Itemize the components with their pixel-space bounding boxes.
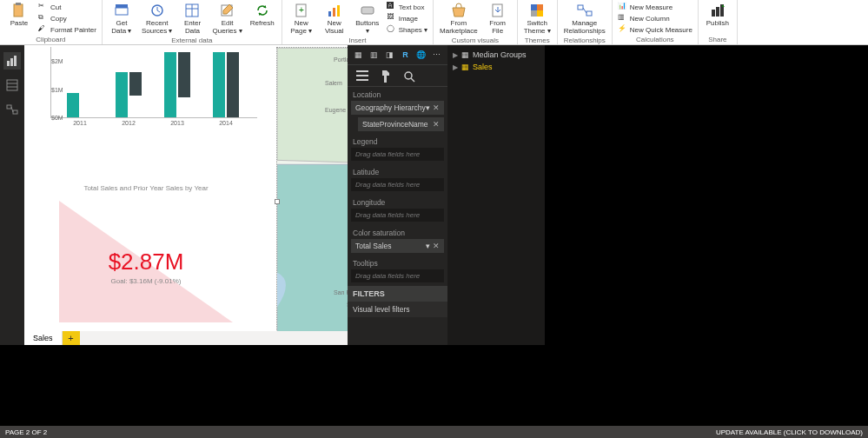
drop-zone[interactable]: Drag data fields here [351,178,444,191]
switch-theme-button[interactable]: Switch Theme ▾ [521,2,553,36]
svg-rect-0 [14,4,23,17]
drop-zone[interactable]: Drag data fields here [351,269,444,282]
remove-field-icon[interactable]: ✕ [433,103,440,112]
model-view-button[interactable] [3,101,21,118]
report-view-button[interactable] [3,52,21,70]
format-painter-button[interactable]: 🖌Format Painter [36,24,98,35]
svg-rect-11 [328,11,331,17]
page-tab-sales[interactable]: Sales [24,331,63,345]
svg-line-22 [583,8,586,13]
custom-group-label: Custom visuals [437,36,514,45]
status-bar: PAGE 2 OF 2 UPDATE AVAILABLE (CLICK TO D… [0,426,868,438]
y-tick-0: $0M [51,115,63,121]
quick-label: New Quick Measure [630,26,692,34]
kpi-visual[interactable]: Total Sales and Prior Year Sales by Year… [42,184,250,345]
viz-type-icon[interactable]: ▦ [353,49,363,61]
from-marketplace-button[interactable]: From Marketplace [437,2,480,36]
field-text: Geography Hierarchy [355,103,426,112]
from-file-button[interactable]: From File [482,2,514,36]
data-view-button[interactable] [3,76,21,94]
viz-type-icon[interactable]: R [401,49,411,61]
buttons-button[interactable]: Buttons ▾ [352,2,383,36]
update-available-link[interactable]: UPDATE AVAILABLE (CLICK TO DOWNLOAD) [716,428,863,436]
new-column-button[interactable]: ▥New Column [616,13,694,23]
new-quick-measure-button[interactable]: ⚡New Quick Measure [616,24,694,35]
enter-data-button[interactable]: Enter Data [176,2,208,36]
refresh-button[interactable]: Refresh [247,2,278,28]
svg-rect-21 [586,11,592,16]
viz-type-icon[interactable]: 🌐 [416,49,427,61]
svg-rect-39 [384,76,387,83]
well-label-sat: Color saturation [348,225,447,239]
svg-rect-18 [531,10,537,17]
field-item-state[interactable]: StateProvinceName✕ [358,117,444,131]
format-tab-icon[interactable] [381,70,391,83]
remove-field-icon[interactable]: ✕ [433,242,440,250]
viz-type-icon[interactable]: ▥ [368,49,379,61]
x-tick: 2014 [209,120,243,126]
svg-rect-29 [7,80,17,90]
x-tick: 2012 [111,120,146,126]
image-button[interactable]: 🖼Image [385,13,429,23]
copy-button[interactable]: ⧉Copy [36,13,98,23]
field-table-median-groups[interactable]: ▶▦Median Groups [447,49,545,61]
column-label: New Column [630,15,670,23]
shapes-button[interactable]: ◯Shapes ▾ [385,24,429,35]
bar-group [67,93,93,117]
well-label-lat: Latitude [348,164,447,178]
map-city: Salem [325,80,342,86]
ribbon: Paste ✂Cut ⧉Copy 🖌Format Painter Clipboa… [0,0,868,45]
textbox-button[interactable]: 🅰Text box [385,2,429,12]
visual-level-filters[interactable]: Visual level filters [348,302,447,317]
field-item-geography[interactable]: Geography Hierarchy▾✕ [351,101,444,115]
viz-type-icon[interactable]: ◨ [384,49,394,61]
bar [164,52,176,117]
publish-button[interactable]: Publish [702,2,733,28]
paste-button[interactable]: Paste [3,2,35,28]
bar [227,52,239,117]
empty-space [0,345,868,426]
recent-icon [149,3,165,18]
image-label: Image [399,15,418,23]
get-data-button[interactable]: Get Data ▾ [106,2,137,36]
fields-tab-icon[interactable] [356,70,368,83]
remove-field-icon[interactable]: ✕ [433,120,440,129]
chevron-down-icon[interactable]: ▾ [426,242,430,250]
market-label: From Marketplace [440,19,478,35]
drop-zone[interactable]: Drag data fields here [351,148,444,161]
svg-text:+: + [299,5,304,15]
buttons-label: Buttons ▾ [355,19,379,35]
svg-rect-12 [333,8,335,17]
viz-more-icon[interactable]: ⋯ [432,49,442,61]
add-page-button[interactable]: + [63,331,80,345]
drop-zone[interactable]: Drag data fields here [351,209,444,222]
file-label: From File [489,19,506,35]
share-group-label: Share [702,35,733,44]
visualizations-pane: ▦ ▥ ◨ R 🌐 ⋯ Location Geography Hierarchy… [348,45,447,345]
map-visual[interactable]: OREGON NEVADA Portland Salem Eugene Bois… [276,47,348,345]
svg-rect-14 [361,7,374,14]
well-label-legend: Legend [348,134,447,148]
publish-label: Publish [706,19,729,27]
manage-relationships-button[interactable]: Manage Relationships [561,2,608,36]
field-text: Total Sales [355,242,392,250]
edit-queries-button[interactable]: Edit Queries ▾ [209,2,244,36]
analytics-tab-icon[interactable] [403,70,415,83]
market-icon [451,3,467,18]
field-item-total-sales[interactable]: Total Sales▾✕ [351,239,444,253]
report-canvas[interactable]: $0M $1M $2M 2011201220132014 Total Sales… [24,45,348,345]
new-visual-button[interactable]: New Visual [319,2,350,36]
textbox-icon: 🅰 [387,2,397,12]
quick-icon: ⚡ [618,24,628,35]
recent-label: Recent Sources ▾ [142,19,173,35]
new-measure-button[interactable]: 📊New Measure [616,2,694,12]
publish-icon [710,3,726,18]
new-page-button[interactable]: +New Page ▾ [286,2,317,36]
left-rail [0,45,24,345]
cut-button[interactable]: ✂Cut [36,2,98,12]
field-table-sales[interactable]: ▶▦Sales [447,61,545,73]
resize-handle[interactable] [275,199,280,204]
bar-chart-visual[interactable]: $0M $1M $2M 2011201220132014 [31,47,257,134]
recent-sources-button[interactable]: Recent Sources ▾ [139,2,176,36]
chevron-down-icon[interactable]: ▾ [426,103,430,112]
